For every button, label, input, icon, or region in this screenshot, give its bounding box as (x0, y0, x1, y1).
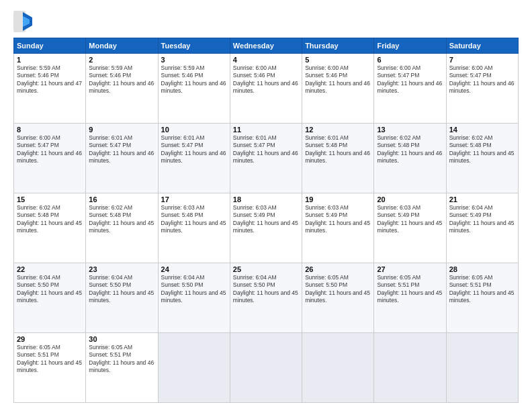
day-info: Sunrise: 6:00 AMSunset: 5:47 PMDaylight:… (377, 64, 442, 94)
header (13, 11, 519, 32)
header-day-tuesday: Tuesday (158, 38, 230, 54)
day-info: Sunrise: 6:05 AMSunset: 5:51 PMDaylight:… (17, 344, 82, 373)
header-day-saturday: Saturday (446, 38, 518, 54)
day-info: Sunrise: 6:01 AMSunset: 5:47 PMDaylight:… (233, 134, 298, 164)
day-info: Sunrise: 6:04 AMSunset: 5:50 PMDaylight:… (233, 274, 298, 304)
header-day-wednesday: Wednesday (230, 38, 302, 54)
day-info: Sunrise: 6:02 AMSunset: 5:48 PMDaylight:… (17, 204, 82, 234)
day-info: Sunrise: 5:59 AMSunset: 5:46 PMDaylight:… (161, 64, 226, 94)
day-info: Sunrise: 6:00 AMSunset: 5:46 PMDaylight:… (305, 64, 370, 94)
day-number: 27 (377, 265, 443, 273)
day-info: Sunrise: 6:05 AMSunset: 5:50 PMDaylight:… (305, 274, 370, 304)
calendar-cell: 28 Sunrise: 6:05 AMSunset: 5:51 PMDaylig… (446, 263, 518, 333)
calendar-cell: 18 Sunrise: 6:03 AMSunset: 5:49 PMDaylig… (230, 193, 302, 263)
logo (13, 11, 35, 32)
day-number: 5 (305, 56, 371, 64)
calendar-cell (446, 333, 518, 403)
calendar-cell: 12 Sunrise: 6:01 AMSunset: 5:48 PMDaylig… (302, 124, 374, 193)
day-number: 12 (305, 126, 371, 134)
calendar-cell: 2 Sunrise: 5:59 AMSunset: 5:46 PMDayligh… (86, 54, 158, 124)
day-info: Sunrise: 6:03 AMSunset: 5:49 PMDaylight:… (305, 204, 370, 234)
day-number: 22 (17, 265, 83, 273)
day-number: 7 (449, 56, 515, 64)
day-info: Sunrise: 6:05 AMSunset: 5:51 PMDaylight:… (449, 274, 515, 304)
day-number: 3 (161, 56, 227, 64)
day-info: Sunrise: 6:02 AMSunset: 5:48 PMDaylight:… (89, 204, 154, 234)
day-info: Sunrise: 6:05 AMSunset: 5:51 PMDaylight:… (89, 344, 154, 373)
day-info: Sunrise: 6:00 AMSunset: 5:47 PMDaylight:… (449, 64, 515, 94)
day-number: 11 (233, 126, 299, 134)
calendar-cell: 21 Sunrise: 6:04 AMSunset: 5:49 PMDaylig… (446, 193, 518, 263)
calendar-cell: 19 Sunrise: 6:03 AMSunset: 5:49 PMDaylig… (302, 193, 374, 263)
day-number: 26 (305, 265, 371, 273)
day-info: Sunrise: 6:04 AMSunset: 5:50 PMDaylight:… (17, 274, 82, 304)
week-row-1: 1 Sunrise: 5:59 AMSunset: 5:46 PMDayligh… (14, 54, 519, 124)
calendar-cell: 13 Sunrise: 6:02 AMSunset: 5:48 PMDaylig… (374, 124, 446, 193)
calendar-cell: 24 Sunrise: 6:04 AMSunset: 5:50 PMDaylig… (158, 263, 230, 333)
calendar-cell: 9 Sunrise: 6:01 AMSunset: 5:47 PMDayligh… (86, 124, 158, 193)
day-info: Sunrise: 6:05 AMSunset: 5:51 PMDaylight:… (377, 274, 442, 304)
day-number: 19 (305, 195, 371, 203)
calendar-cell (374, 333, 446, 403)
day-info: Sunrise: 6:01 AMSunset: 5:47 PMDaylight:… (89, 134, 154, 164)
week-row-3: 15 Sunrise: 6:02 AMSunset: 5:48 PMDaylig… (14, 193, 519, 263)
calendar-cell: 11 Sunrise: 6:01 AMSunset: 5:47 PMDaylig… (230, 124, 302, 193)
header-day-thursday: Thursday (302, 38, 374, 54)
day-info: Sunrise: 6:03 AMSunset: 5:48 PMDaylight:… (161, 204, 226, 234)
calendar-table: SundayMondayTuesdayWednesdayThursdayFrid… (13, 38, 519, 403)
day-number: 9 (89, 126, 154, 134)
day-info: Sunrise: 5:59 AMSunset: 5:46 PMDaylight:… (89, 64, 154, 94)
calendar-cell (302, 333, 374, 403)
calendar-cell: 25 Sunrise: 6:04 AMSunset: 5:50 PMDaylig… (230, 263, 302, 333)
calendar-cell: 29 Sunrise: 6:05 AMSunset: 5:51 PMDaylig… (14, 333, 86, 403)
calendar-cell: 6 Sunrise: 6:00 AMSunset: 5:47 PMDayligh… (374, 54, 446, 124)
day-number: 28 (449, 265, 515, 273)
day-info: Sunrise: 6:00 AMSunset: 5:47 PMDaylight:… (17, 134, 82, 164)
day-number: 6 (377, 56, 443, 64)
calendar-cell: 5 Sunrise: 6:00 AMSunset: 5:46 PMDayligh… (302, 54, 374, 124)
day-number: 29 (17, 335, 83, 343)
header-row: SundayMondayTuesdayWednesdayThursdayFrid… (14, 38, 519, 54)
day-number: 13 (377, 126, 443, 134)
day-number: 23 (89, 265, 154, 273)
calendar-cell: 30 Sunrise: 6:05 AMSunset: 5:51 PMDaylig… (86, 333, 158, 403)
calendar-cell: 23 Sunrise: 6:04 AMSunset: 5:50 PMDaylig… (86, 263, 158, 333)
day-number: 10 (161, 126, 227, 134)
calendar-cell: 15 Sunrise: 6:02 AMSunset: 5:48 PMDaylig… (14, 193, 86, 263)
calendar-cell: 27 Sunrise: 6:05 AMSunset: 5:51 PMDaylig… (374, 263, 446, 333)
calendar-cell: 3 Sunrise: 5:59 AMSunset: 5:46 PMDayligh… (158, 54, 230, 124)
week-row-4: 22 Sunrise: 6:04 AMSunset: 5:50 PMDaylig… (14, 263, 519, 333)
day-number: 15 (17, 195, 83, 203)
header-day-sunday: Sunday (14, 38, 86, 54)
calendar-cell: 10 Sunrise: 6:01 AMSunset: 5:47 PMDaylig… (158, 124, 230, 193)
day-number: 16 (89, 195, 154, 203)
calendar-cell: 4 Sunrise: 6:00 AMSunset: 5:46 PMDayligh… (230, 54, 302, 124)
day-number: 24 (161, 265, 227, 273)
day-number: 4 (233, 56, 299, 64)
day-number: 14 (449, 126, 515, 134)
day-number: 17 (161, 195, 227, 203)
day-number: 1 (17, 56, 83, 64)
day-number: 25 (233, 265, 299, 273)
calendar-cell: 14 Sunrise: 6:02 AMSunset: 5:48 PMDaylig… (446, 124, 518, 193)
calendar-cell: 1 Sunrise: 5:59 AMSunset: 5:46 PMDayligh… (14, 54, 86, 124)
day-number: 8 (17, 126, 83, 134)
calendar-body: 1 Sunrise: 5:59 AMSunset: 5:46 PMDayligh… (14, 54, 519, 403)
calendar-cell (158, 333, 230, 403)
calendar-cell: 17 Sunrise: 6:03 AMSunset: 5:48 PMDaylig… (158, 193, 230, 263)
day-info: Sunrise: 6:04 AMSunset: 5:49 PMDaylight:… (449, 204, 515, 234)
calendar-cell: 16 Sunrise: 6:02 AMSunset: 5:48 PMDaylig… (86, 193, 158, 263)
calendar-cell: 7 Sunrise: 6:00 AMSunset: 5:47 PMDayligh… (446, 54, 518, 124)
day-info: Sunrise: 6:04 AMSunset: 5:50 PMDaylight:… (161, 274, 226, 304)
day-info: Sunrise: 5:59 AMSunset: 5:46 PMDaylight:… (17, 64, 82, 94)
day-info: Sunrise: 6:01 AMSunset: 5:47 PMDaylight:… (161, 134, 226, 164)
calendar-cell: 26 Sunrise: 6:05 AMSunset: 5:50 PMDaylig… (302, 263, 374, 333)
calendar-cell: 22 Sunrise: 6:04 AMSunset: 5:50 PMDaylig… (14, 263, 86, 333)
calendar-cell: 8 Sunrise: 6:00 AMSunset: 5:47 PMDayligh… (14, 124, 86, 193)
calendar-cell (230, 333, 302, 403)
week-row-5: 29 Sunrise: 6:05 AMSunset: 5:51 PMDaylig… (14, 333, 519, 403)
day-info: Sunrise: 6:03 AMSunset: 5:49 PMDaylight:… (377, 204, 442, 234)
logo-icon (13, 11, 32, 32)
header-day-friday: Friday (374, 38, 446, 54)
day-number: 2 (89, 56, 154, 64)
